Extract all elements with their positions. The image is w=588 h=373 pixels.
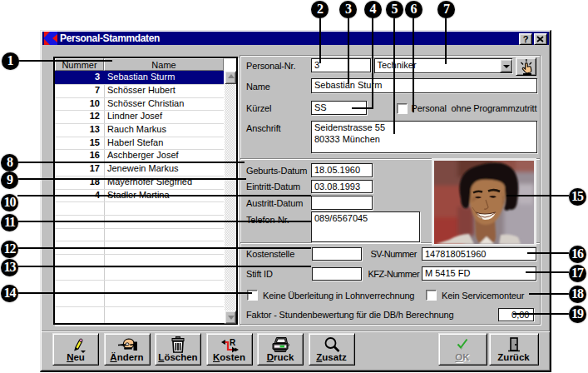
svg-text:R: R — [230, 338, 236, 347]
